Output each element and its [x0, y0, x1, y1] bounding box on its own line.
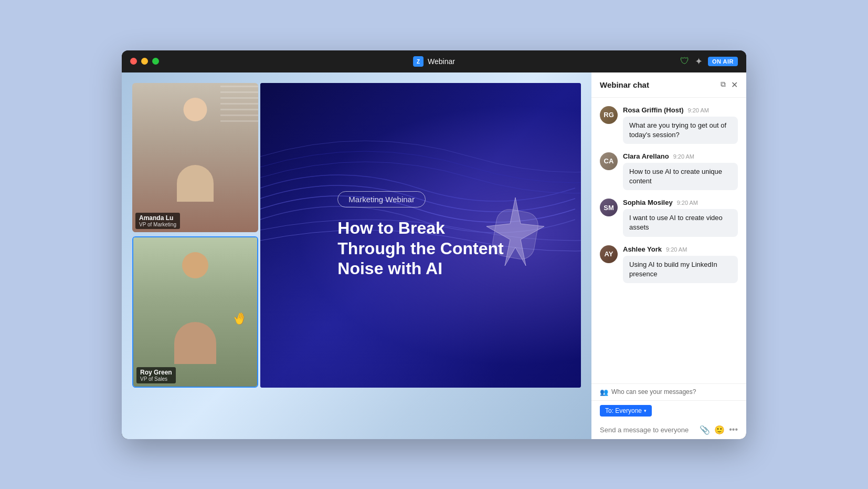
chat-message-sophia: SM Sophia Mosiley 9:20 AM I want to use … [600, 199, 738, 236]
message-meta-rosa: Rosa Griffin (Host) 9:20 AM [623, 106, 738, 114]
chat-messages: RG Rosa Griffin (Host) 9:20 AM What are … [591, 98, 746, 383]
close-button[interactable] [130, 58, 137, 65]
message-bubble-clara: How to use AI to create unique content [623, 163, 738, 190]
chat-header-actions: ⧉ ✕ [721, 80, 738, 90]
more-options-icon[interactable]: ••• [729, 425, 738, 435]
shield-icon[interactable]: 🛡 [680, 56, 690, 67]
chat-title: Webinar chat [600, 80, 649, 89]
to-everyone-label: To: Everyone [605, 407, 642, 414]
chat-input-area: To: Everyone ▾ 📎 🙂 ••• [591, 400, 746, 439]
message-bubble-ashlee: Using AI to build my LinkedIn presence [623, 256, 738, 283]
speaker-amanda-label: Amanda Lu VP of Marketing [135, 213, 180, 229]
avatar-ashlee: AY [600, 245, 618, 263]
to-everyone-chevron-icon: ▾ [644, 408, 647, 413]
message-body-clara: Clara Arellano 9:20 AM How to use AI to … [623, 152, 738, 190]
main-content: Amanda Lu VP of Marketing 🤚 [122, 72, 746, 439]
message-author-rosa: Rosa Griffin (Host) [623, 106, 684, 114]
popout-icon[interactable]: ⧉ [721, 80, 726, 90]
message-author-ashlee: Ashlee York [623, 245, 662, 253]
on-air-badge: ON AIR [708, 57, 738, 66]
message-body-sophia: Sophia Mosiley 9:20 AM I want to use AI … [623, 199, 738, 236]
chat-input-actions: 📎 🙂 ••• [700, 425, 738, 435]
message-author-clara: Clara Arellano [623, 152, 669, 160]
speaker-roy-name: Roy Green [140, 369, 172, 376]
title-right-actions: 🛡 ✦ ON AIR [680, 56, 738, 67]
attachment-icon[interactable]: 📎 [700, 425, 710, 435]
video-stage: Amanda Lu VP of Marketing 🤚 [122, 72, 591, 398]
chat-panel: Webinar chat ⧉ ✕ RG Rosa Griffin (Host) … [591, 72, 746, 439]
message-bubble-rosa: What are you trying to get out of today'… [623, 117, 738, 144]
window-title: Webinar [428, 57, 455, 66]
minimize-button[interactable] [141, 58, 148, 65]
message-meta-clara: Clara Arellano 9:20 AM [623, 152, 738, 160]
video-area: Amanda Lu VP of Marketing 🤚 [122, 72, 591, 439]
to-everyone-badge[interactable]: To: Everyone ▾ [600, 405, 652, 417]
speaker-roy-role: VP of Sales [140, 376, 172, 382]
speaker-roy: 🤚 Roy Green VP of Sales [132, 236, 258, 388]
avatar-rosa: RG [600, 106, 618, 124]
chat-input[interactable] [600, 426, 695, 434]
svg-text:Z: Z [417, 59, 420, 65]
chat-message-clara: CA Clara Arellano 9:20 AM How to use AI … [600, 152, 738, 190]
speaker-amanda-name: Amanda Lu [139, 214, 176, 222]
chat-input-row: 📎 🙂 ••• [600, 425, 738, 435]
message-author-sophia: Sophia Mosiley [623, 199, 673, 206]
avatar-clara: CA [600, 152, 618, 170]
chat-message-rosa: RG Rosa Griffin (Host) 9:20 AM What are … [600, 106, 738, 144]
chat-message-ashlee: AY Ashlee York 9:20 AM Using AI to build… [600, 245, 738, 283]
chat-footer-info: 👥 Who can see your messages? [591, 383, 746, 400]
maximize-button[interactable] [152, 58, 159, 65]
title-center: Z Webinar [413, 56, 455, 67]
close-chat-icon[interactable]: ✕ [731, 80, 738, 90]
window-controls [130, 58, 159, 65]
avatar-sophia: SM [600, 199, 618, 216]
message-time-rosa: 9:20 AM [688, 107, 709, 113]
visibility-note: Who can see your messages? [611, 388, 696, 396]
app-window: Z Webinar 🛡 ✦ ON AIR [122, 50, 746, 439]
message-time-ashlee: 9:20 AM [666, 246, 687, 253]
presentation-slide: Marketing Webinar How to Break Through t… [260, 83, 581, 388]
visibility-icon: 👥 [600, 388, 608, 396]
message-time-sophia: 9:20 AM [677, 200, 698, 206]
message-body-rosa: Rosa Griffin (Host) 9:20 AM What are you… [623, 106, 738, 144]
message-meta-sophia: Sophia Mosiley 9:20 AM [623, 199, 738, 206]
speaker-roy-label: Roy Green VP of Sales [136, 367, 176, 383]
message-body-ashlee: Ashlee York 9:20 AM Using AI to build my… [623, 245, 738, 283]
message-meta-ashlee: Ashlee York 9:20 AM [623, 245, 738, 253]
zoom-logo-icon: Z [413, 56, 424, 67]
presentation-content: Marketing Webinar How to Break Through t… [311, 175, 530, 294]
speaker-amanda-role: VP of Marketing [139, 222, 176, 227]
speakers-column: Amanda Lu VP of Marketing 🤚 [132, 83, 258, 388]
webinar-badge: Marketing Webinar [337, 191, 426, 207]
message-bubble-sophia: I want to use AI to create video assets [623, 209, 738, 236]
emoji-icon[interactable]: 🙂 [714, 425, 725, 435]
ai-sparkle-icon[interactable]: ✦ [695, 56, 703, 67]
title-bar: Z Webinar 🛡 ✦ ON AIR [122, 50, 746, 72]
speaker-amanda: Amanda Lu VP of Marketing [132, 83, 258, 232]
presentation-title: How to Break Through the Content Noise w… [337, 218, 503, 278]
chat-header: Webinar chat ⧉ ✕ [591, 72, 746, 98]
message-time-clara: 9:20 AM [673, 153, 694, 160]
